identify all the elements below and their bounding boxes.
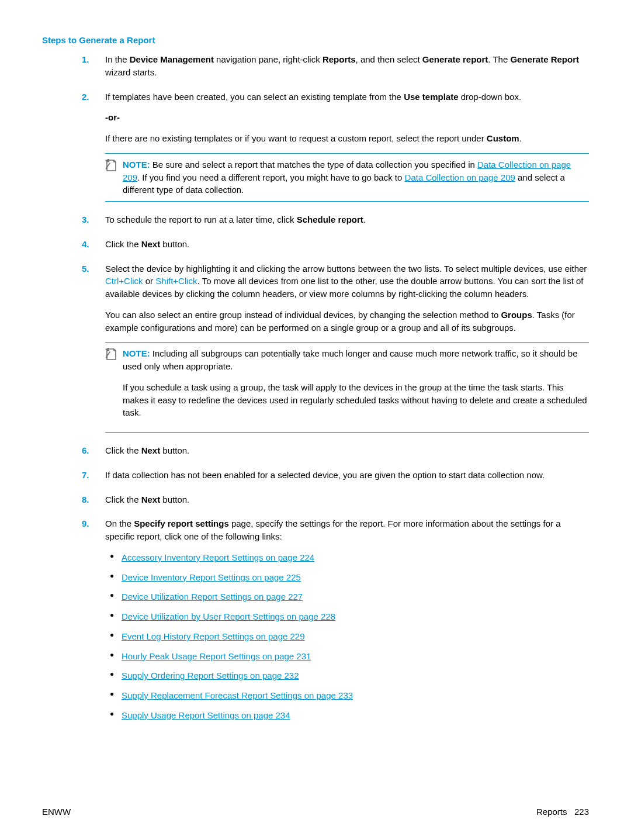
step-item: 7.If data collection has not been enable… (105, 469, 589, 482)
step-item: 6.Click the Next button. (105, 444, 589, 457)
step-item: 5.Select the device by highlighting it a… (105, 262, 589, 433)
page-footer: ENWW Reports 223 (42, 807, 589, 817)
step-number: 6. (82, 444, 89, 457)
note-icon (105, 348, 117, 361)
step-number: 9. (82, 517, 89, 530)
step-text: In the Device Management navigation pane… (105, 53, 589, 79)
doc-link[interactable]: Supply Ordering Report Settings on page … (122, 670, 299, 680)
link-list-item: Supply Usage Report Settings on page 234 (122, 709, 589, 722)
link-list-item: Device Inventory Report Settings on page… (122, 571, 589, 584)
footer-left: ENWW (42, 807, 71, 817)
step-text: You can also select an entire group inst… (105, 309, 589, 334)
step-text: If data collection has not been enabled … (105, 469, 589, 482)
step-number: 7. (82, 469, 89, 482)
doc-link[interactable]: Event Log History Report Settings on pag… (122, 631, 305, 641)
steps-list: 1.In the Device Management navigation pa… (42, 53, 589, 722)
footer-right: Reports 223 (536, 807, 589, 817)
step-text: If there are no existing templates or if… (105, 132, 589, 145)
step-number: 8. (82, 493, 89, 506)
step-item: 8.Click the Next button. (105, 493, 589, 506)
step-item: 1.In the Device Management navigation pa… (105, 53, 589, 79)
step-number: 2. (82, 91, 89, 103)
doc-link[interactable]: Data Collection on page 209 (405, 172, 515, 182)
note-content: NOTE: Be sure and select a report that m… (123, 158, 589, 196)
doc-link[interactable]: Hourly Peak Usage Report Settings on pag… (122, 651, 311, 661)
note-box: NOTE: Including all subgroups can potent… (105, 342, 589, 433)
note-icon (105, 159, 117, 172)
step-or: -or- (105, 111, 589, 124)
note-extra: If you schedule a task using a group, th… (123, 381, 589, 419)
link-list-item: Accessory Inventory Report Settings on p… (122, 551, 589, 564)
note-label: NOTE: (123, 348, 150, 358)
step-item: 4.Click the Next button. (105, 238, 589, 251)
link-list-item: Supply Ordering Report Settings on page … (122, 669, 589, 682)
doc-link[interactable]: Device Utilization Report Settings on pa… (122, 592, 303, 602)
step-number: 1. (82, 53, 89, 66)
doc-link[interactable]: Supply Replacement Forecast Report Setti… (122, 690, 353, 700)
note-box: NOTE: Be sure and select a report that m… (105, 153, 589, 202)
link-list-item: Supply Replacement Forecast Report Setti… (122, 689, 589, 702)
doc-link[interactable]: Device Utilization by User Report Settin… (122, 611, 335, 621)
link-list-item: Device Utilization by User Report Settin… (122, 610, 589, 623)
note-label: NOTE: (123, 160, 150, 170)
step-text: Click the Next button. (105, 493, 589, 506)
step-item: 2.If templates have been created, you ca… (105, 91, 589, 202)
step-text: To schedule the report to run at a later… (105, 213, 589, 226)
link-list: Accessory Inventory Report Settings on p… (105, 551, 589, 722)
step-item: 3.To schedule the report to run at a lat… (105, 213, 589, 226)
link-list-item: Event Log History Report Settings on pag… (122, 630, 589, 643)
doc-link[interactable]: Accessory Inventory Report Settings on p… (122, 552, 314, 562)
section-heading: Steps to Generate a Report (42, 35, 589, 45)
step-text: On the Specify report settings page, spe… (105, 517, 589, 543)
step-text: If templates have been created, you can … (105, 91, 589, 103)
link-list-item: Device Utilization Report Settings on pa… (122, 590, 589, 603)
note-content: NOTE: Including all subgroups can potent… (123, 347, 589, 373)
step-text: Select the device by highlighting it and… (105, 262, 589, 300)
step-number: 3. (82, 213, 89, 226)
step-number: 4. (82, 238, 89, 251)
link-list-item: Hourly Peak Usage Report Settings on pag… (122, 650, 589, 663)
step-text: Click the Next button. (105, 444, 589, 457)
step-number: 5. (82, 262, 89, 275)
doc-link[interactable]: Supply Usage Report Settings on page 234 (122, 710, 290, 720)
step-text: Click the Next button. (105, 238, 589, 251)
step-item: 9.On the Specify report settings page, s… (105, 517, 589, 721)
doc-link[interactable]: Device Inventory Report Settings on page… (122, 572, 301, 582)
